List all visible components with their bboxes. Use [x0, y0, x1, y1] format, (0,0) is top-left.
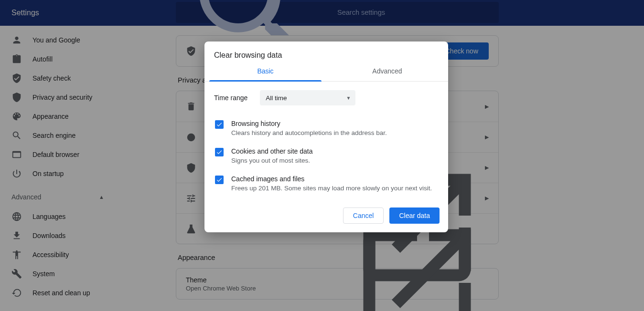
time-range-label: Time range [214, 94, 247, 102]
option-sub: Frees up 201 MB. Some sites may load mor… [231, 184, 432, 193]
time-range-select[interactable]: All time ▼ [260, 90, 355, 105]
dialog-title: Clear browsing data [204, 41, 448, 67]
checkbox-cookies[interactable] [215, 148, 224, 156]
checkbox-cached[interactable] [215, 176, 224, 184]
tab-basic[interactable]: Basic [204, 67, 326, 81]
option-cached: Cached images and files Frees up 201 MB.… [214, 170, 439, 198]
option-browsing-history: Browsing history Clears history and auto… [214, 115, 439, 143]
chevron-down-icon: ▼ [346, 95, 351, 101]
checkbox-browsing-history[interactable] [215, 120, 224, 129]
option-title: Cached images and files [231, 175, 432, 183]
cancel-button[interactable]: Cancel [343, 207, 384, 224]
option-title: Cookies and other site data [231, 147, 312, 155]
option-title: Browsing history [231, 120, 387, 127]
time-range-value: All time [266, 94, 287, 102]
clear-browsing-data-dialog: Clear browsing data Basic Advanced Time … [204, 41, 448, 232]
dialog-tabs: Basic Advanced [204, 67, 448, 82]
tab-advanced[interactable]: Advanced [326, 67, 448, 81]
option-sub: Signs you out of most sites. [231, 156, 312, 166]
option-cookies: Cookies and other site data Signs you ou… [214, 143, 439, 170]
clear-data-button[interactable]: Clear data [389, 207, 440, 224]
option-sub: Clears history and autocompletions in th… [231, 129, 387, 138]
